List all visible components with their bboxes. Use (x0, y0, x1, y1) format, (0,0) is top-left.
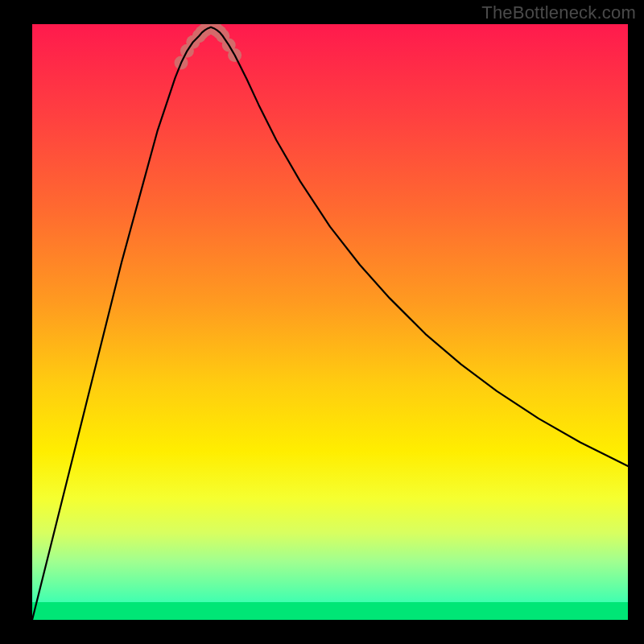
valley-markers (175, 24, 242, 70)
bottleneck-curve (32, 27, 628, 620)
plot-area (32, 24, 628, 620)
watermark-text: TheBottleneck.com (481, 2, 636, 23)
curve-layer (32, 24, 628, 620)
chart-frame: TheBottleneck.com (0, 0, 644, 644)
